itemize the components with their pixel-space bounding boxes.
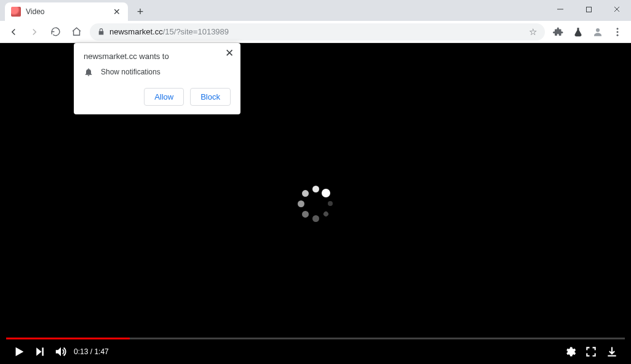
url-text: newsmarket.cc/15/?site=1013989 (109, 27, 526, 36)
svg-marker-8 (16, 347, 24, 357)
profile-button[interactable] (588, 23, 608, 41)
spinner-dot (300, 188, 310, 198)
spinner-dot (312, 215, 319, 222)
browser-toolbar: newsmarket.cc/15/?site=1013989 ☆ (0, 21, 631, 43)
spinner-dot (322, 210, 329, 217)
volume-button[interactable] (50, 341, 71, 362)
next-button[interactable] (30, 341, 50, 362)
browser-tab[interactable]: Video ✕ (5, 2, 128, 21)
extensions-button[interactable] (549, 23, 568, 41)
url-path: /15/?site=1013989 (163, 27, 229, 36)
window-close-button[interactable] (603, 0, 631, 18)
labs-button[interactable] (568, 23, 588, 41)
svg-point-5 (617, 28, 619, 30)
fullscreen-button[interactable] (581, 341, 601, 362)
tab-favicon (11, 7, 21, 17)
prompt-permission-row: Show notifications (84, 67, 231, 77)
titlebar: Video ✕ + (0, 0, 631, 21)
prompt-close-icon[interactable]: ✕ (223, 47, 236, 59)
settings-button[interactable] (560, 341, 581, 362)
bookmark-star-icon[interactable]: ☆ (526, 26, 539, 38)
svg-marker-11 (56, 347, 61, 357)
toolbar-right (549, 23, 627, 41)
prompt-actions: Allow Block (84, 88, 231, 106)
video-controls: 0:13 / 1:47 (0, 339, 631, 364)
tab-close-icon[interactable]: ✕ (112, 7, 122, 17)
window-controls (546, 0, 631, 21)
reload-button[interactable] (46, 23, 65, 41)
maximize-button[interactable] (574, 0, 603, 18)
back-button[interactable] (4, 23, 23, 41)
svg-point-7 (617, 34, 619, 36)
loading-spinner (294, 182, 337, 225)
notification-prompt: ✕ newsmarket.cc wants to Show notificati… (74, 43, 240, 114)
svg-point-6 (617, 31, 619, 33)
block-button[interactable]: Block (190, 88, 231, 106)
lock-icon[interactable] (96, 27, 106, 37)
prompt-permission-text: Show notifications (101, 68, 161, 76)
menu-button[interactable] (608, 23, 627, 41)
spinner-dot (298, 200, 304, 207)
allow-button[interactable]: Allow (144, 88, 184, 106)
download-button[interactable] (601, 341, 622, 362)
bell-icon (84, 67, 93, 77)
address-bar[interactable]: newsmarket.cc/15/?site=1013989 ☆ (90, 23, 545, 41)
video-time: 0:13 / 1:47 (74, 347, 109, 356)
current-time: 0:13 (74, 347, 88, 356)
prompt-title: newsmarket.cc wants to (84, 52, 231, 61)
svg-marker-9 (36, 347, 41, 355)
play-button[interactable] (9, 341, 30, 362)
spinner-dot (328, 201, 333, 206)
svg-rect-1 (586, 7, 591, 12)
url-domain: newsmarket.cc (109, 27, 163, 36)
tab-title: Video (26, 7, 112, 16)
browser-window: Video ✕ + (0, 0, 631, 364)
forward-button[interactable] (25, 23, 44, 41)
svg-rect-10 (42, 347, 44, 355)
duration: 1:47 (94, 347, 108, 356)
svg-point-4 (596, 28, 600, 32)
new-tab-button[interactable]: + (132, 3, 149, 20)
minimize-button[interactable] (546, 0, 574, 18)
spinner-dot (320, 187, 332, 199)
home-button[interactable] (66, 23, 86, 41)
spinner-dot (300, 209, 310, 219)
spinner-dot (312, 186, 319, 192)
